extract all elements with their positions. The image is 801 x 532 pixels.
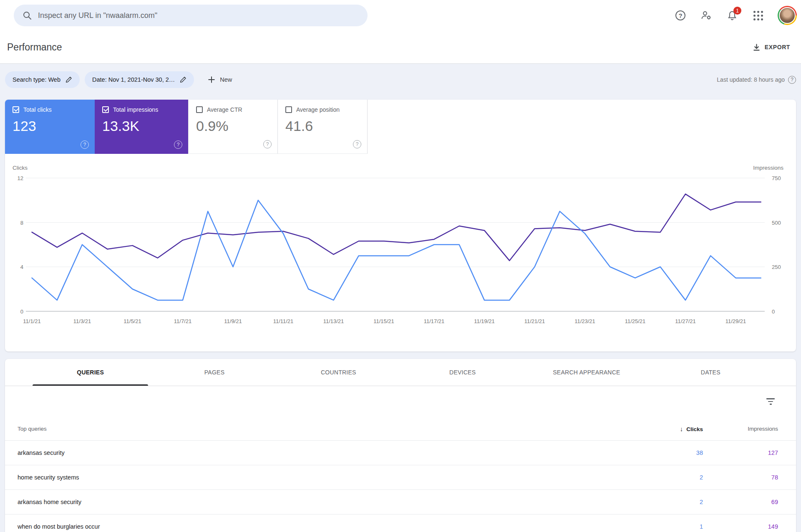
performance-chart[interactable]: 128407505002500ClicksImpressions11/1/211… [5, 163, 796, 346]
svg-text:11/17/21: 11/17/21 [424, 318, 445, 324]
svg-text:11/13/21: 11/13/21 [323, 318, 344, 324]
dimensions-table-card: QUERIES PAGES COUNTRIES DEVICES SEARCH A… [5, 359, 796, 532]
user-settings-icon [700, 10, 712, 21]
svg-text:11/19/21: 11/19/21 [474, 318, 495, 324]
date-range-chip[interactable]: Date: Nov 1, 2021-Nov 30, 2… [85, 71, 194, 88]
metric-checkbox[interactable] [196, 106, 203, 113]
metric-cards-row: Total clicks 123 ? Total impressions 13.… [5, 100, 796, 154]
last-updated-text: Last updated: 8 hours ago [717, 76, 785, 83]
metric-value: 13.3K [102, 118, 181, 134]
impressions-cell: 149 [703, 523, 778, 530]
export-button[interactable]: EXPORT [748, 40, 794, 55]
metric-card[interactable]: Average position 41.6 ? [278, 100, 368, 154]
metric-card[interactable]: Total impressions 13.3K ? [95, 100, 188, 154]
user-settings-button[interactable] [700, 9, 713, 22]
page-title: Performance [7, 42, 62, 53]
pencil-icon [180, 76, 186, 83]
clicks-cell: 2 [640, 499, 703, 505]
metric-label: Total impressions [113, 106, 158, 113]
query-cell: when do most burglaries occur [18, 523, 640, 530]
metric-card[interactable]: Total clicks 123 ? [5, 100, 95, 154]
avatar-photo [779, 7, 796, 24]
query-cell: arkansas security [18, 449, 640, 456]
url-inspect-search[interactable] [14, 5, 368, 26]
plus-icon [207, 75, 216, 84]
tab-devices[interactable]: DEVICES [400, 359, 524, 386]
help-icon: ? [675, 10, 685, 20]
apps-grid-icon [753, 11, 763, 20]
top-app-bar: ? 1 [0, 0, 801, 31]
svg-text:500: 500 [772, 220, 781, 226]
tab-queries[interactable]: QUERIES [28, 359, 152, 386]
tab-countries[interactable]: COUNTRIES [277, 359, 400, 386]
svg-text:11/5/21: 11/5/21 [123, 318, 141, 324]
table-row[interactable]: home security systems 2 78 [5, 465, 796, 490]
metric-label: Average CTR [207, 106, 242, 113]
column-header-impressions[interactable]: Impressions [703, 426, 778, 432]
svg-text:11/25/21: 11/25/21 [625, 318, 646, 324]
notifications-button[interactable]: 1 [726, 9, 738, 22]
svg-text:Clicks: Clicks [13, 165, 28, 171]
svg-text:11/23/21: 11/23/21 [574, 318, 595, 324]
query-cell: home security systems [18, 474, 640, 481]
svg-text:750: 750 [772, 175, 781, 181]
clicks-cell: 1 [640, 523, 703, 530]
metric-card[interactable]: Average CTR 0.9% ? [188, 100, 278, 154]
download-icon [753, 43, 761, 51]
svg-text:11/7/21: 11/7/21 [174, 318, 191, 324]
help-icon[interactable]: ? [788, 76, 796, 84]
clicks-cell: 38 [640, 449, 703, 456]
search-input[interactable] [38, 11, 359, 20]
svg-text:12: 12 [18, 175, 23, 181]
search-type-chip-label: Search type: Web [13, 76, 60, 83]
svg-text:11/27/21: 11/27/21 [675, 318, 696, 324]
help-icon[interactable]: ? [174, 141, 182, 149]
svg-text:11/3/21: 11/3/21 [73, 318, 91, 324]
svg-text:0: 0 [20, 309, 23, 315]
help-icon[interactable]: ? [263, 140, 272, 148]
impressions-cell: 69 [703, 499, 778, 505]
help-button[interactable]: ? [674, 9, 687, 22]
table-row[interactable]: when do most burglaries occur 1 149 [5, 514, 796, 532]
new-filter-button[interactable]: New [203, 73, 236, 86]
tab-pages[interactable]: PAGES [152, 359, 276, 386]
metric-checkbox[interactable] [13, 106, 19, 113]
svg-text:11/21/21: 11/21/21 [524, 318, 545, 324]
page-header: Performance EXPORT [0, 31, 801, 63]
column-header-queries[interactable]: Top queries [18, 426, 640, 432]
clicks-cell: 2 [640, 474, 703, 481]
svg-text:4: 4 [20, 264, 23, 270]
metric-checkbox[interactable] [102, 106, 109, 113]
table-toolbar [5, 386, 796, 417]
help-icon[interactable]: ? [353, 140, 361, 148]
query-cell: arkansas home security [18, 499, 640, 505]
search-type-chip[interactable]: Search type: Web [5, 71, 80, 88]
help-icon[interactable]: ? [81, 141, 89, 149]
tab-search-appearance[interactable]: SEARCH APPEARANCE [524, 359, 648, 386]
metric-label: Total clicks [23, 106, 52, 113]
svg-text:11/11/21: 11/11/21 [273, 318, 294, 324]
column-header-clicks[interactable]: ↓Clicks [640, 425, 703, 432]
last-updated: Last updated: 8 hours ago ? [717, 76, 796, 84]
apps-grid-button[interactable] [752, 9, 764, 22]
metric-value: 123 [13, 118, 87, 134]
svg-text:250: 250 [772, 264, 781, 270]
metric-value: 41.6 [285, 118, 360, 134]
impressions-cell: 78 [703, 474, 778, 481]
notification-badge: 1 [733, 7, 741, 15]
table-row[interactable]: arkansas home security 2 69 [5, 490, 796, 514]
tab-dates[interactable]: DATES [649, 359, 773, 386]
metric-value: 0.9% [196, 118, 270, 134]
svg-text:0: 0 [772, 309, 775, 315]
metric-label: Average position [296, 106, 340, 113]
filter-list-icon[interactable] [764, 396, 777, 407]
performance-panel: Total clicks 123 ? Total impressions 13.… [5, 100, 796, 351]
new-filter-label: New [220, 76, 232, 83]
account-avatar[interactable] [778, 6, 797, 25]
dimension-tabs: QUERIES PAGES COUNTRIES DEVICES SEARCH A… [5, 359, 796, 386]
svg-text:Impressions: Impressions [753, 165, 783, 171]
sort-desc-icon: ↓ [680, 425, 683, 432]
metric-checkbox[interactable] [285, 106, 292, 113]
table-row[interactable]: arkansas security 38 127 [5, 441, 796, 465]
pencil-icon [65, 76, 72, 83]
